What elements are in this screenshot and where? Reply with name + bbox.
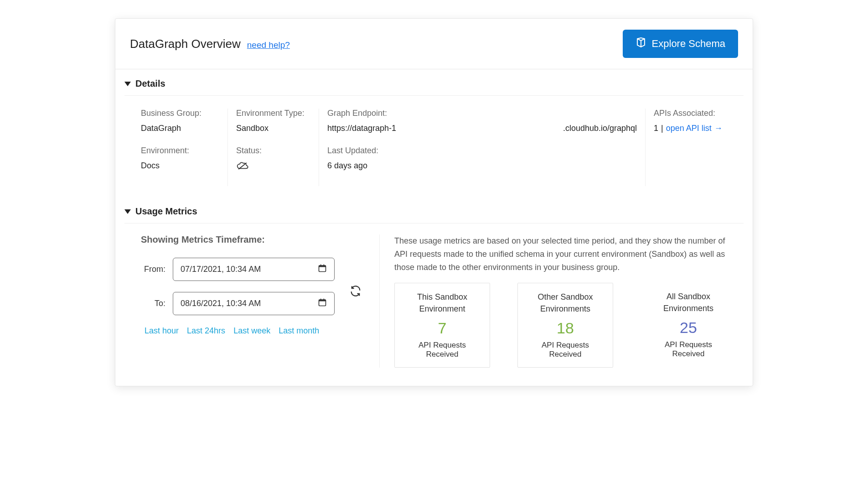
- metric-card-value: 18: [529, 319, 602, 337]
- quick-links: Last hour Last 24hrs Last week Last mont…: [141, 326, 366, 336]
- to-datetime-input[interactable]: 08/16/2021, 10:34 AM: [173, 292, 335, 315]
- from-row: From: 07/17/2021, 10:34 AM: [141, 258, 335, 281]
- metric-card-title: Other Sandbox Environments: [529, 291, 602, 314]
- usage-metrics-title: Usage Metrics: [135, 206, 197, 217]
- details-col-2: Environment Type: Sandbox Status:: [227, 109, 319, 186]
- details-col-1: Business Group: DataGraph Environment: D…: [141, 109, 227, 186]
- schema-icon: [636, 37, 646, 51]
- metric-card-title: This Sandbox Environment: [406, 291, 479, 314]
- explore-schema-button[interactable]: Explore Schema: [623, 30, 738, 58]
- metric-cards: This Sandbox Environment 7 API Requests …: [394, 283, 736, 367]
- from-label: From:: [141, 265, 165, 274]
- usage-metrics-toggle[interactable]: Usage Metrics: [124, 197, 744, 224]
- timeframe-panel: Showing Metrics Timeframe: From: 07/17/2…: [141, 234, 380, 368]
- metrics-body: Showing Metrics Timeframe: From: 07/17/2…: [124, 224, 744, 386]
- metrics-description: These usage metrics are based on your se…: [394, 234, 736, 274]
- metric-card-all-env: All Sandbox Environments 25 API Requests…: [641, 283, 736, 367]
- svg-rect-6: [319, 300, 326, 301]
- details-toggle[interactable]: Details: [124, 69, 744, 96]
- cloud-icon: [236, 161, 310, 173]
- endpoint-right: .cloudhub.io/graphql: [563, 124, 637, 133]
- last-updated-value: 6 days ago: [327, 161, 637, 171]
- details-grid: Business Group: DataGraph Environment: D…: [124, 96, 744, 197]
- metric-card-title: All Sandbox Environments: [651, 291, 725, 314]
- chevron-down-icon: [124, 209, 131, 214]
- endpoint-value: https://datagraph-1 .cloudhub.io/graphql: [327, 124, 637, 133]
- usage-metrics-section: Usage Metrics Showing Metrics Timeframe:…: [115, 197, 753, 386]
- endpoint-label: Graph Endpoint:: [327, 109, 637, 118]
- quick-last-week[interactable]: Last week: [233, 326, 270, 336]
- metric-card-other-env: Other Sandbox Environments 18 API Reques…: [517, 283, 613, 367]
- arrow-right-icon: →: [714, 124, 723, 133]
- quick-last-hour[interactable]: Last hour: [145, 326, 179, 336]
- environment-value: Docs: [141, 161, 219, 171]
- from-value: 07/17/2021, 10:34 AM: [181, 265, 261, 274]
- header: DataGraph Overview need help? Explore Sc…: [115, 19, 753, 69]
- last-updated-label: Last Updated:: [327, 146, 637, 156]
- page-title: DataGraph Overview: [130, 37, 241, 51]
- status-label: Status:: [236, 146, 310, 156]
- endpoint-left: https://datagraph-1: [327, 124, 396, 133]
- quick-last-month[interactable]: Last month: [279, 326, 319, 336]
- timeframe-fields: From: 07/17/2021, 10:34 AM To:: [141, 258, 335, 326]
- details-col-3: Graph Endpoint: https://datagraph-1 .clo…: [319, 109, 645, 186]
- to-value: 08/16/2021, 10:34 AM: [181, 299, 261, 308]
- apis-sep: |: [661, 124, 663, 133]
- metric-card-value: 7: [406, 319, 479, 337]
- metric-card-sub: API Requests Received: [529, 341, 602, 359]
- chevron-down-icon: [124, 82, 131, 86]
- calendar-icon: [318, 264, 327, 275]
- quick-last-24hrs[interactable]: Last 24hrs: [187, 326, 225, 336]
- calendar-icon: [318, 298, 327, 309]
- to-row: To: 08/16/2021, 10:34 AM: [141, 292, 335, 315]
- business-group-label: Business Group:: [141, 109, 219, 118]
- metric-card-value: 25: [651, 319, 725, 337]
- explore-schema-label: Explore Schema: [652, 38, 725, 50]
- environment-label: Environment:: [141, 146, 219, 156]
- timeframe-title: Showing Metrics Timeframe:: [141, 234, 366, 245]
- metric-card-sub: API Requests Received: [406, 341, 479, 359]
- overview-card: DataGraph Overview need help? Explore Sc…: [115, 18, 753, 386]
- business-group-value: DataGraph: [141, 124, 219, 133]
- metric-card-this-env: This Sandbox Environment 7 API Requests …: [394, 283, 490, 367]
- timeframe-rows: From: 07/17/2021, 10:34 AM To:: [141, 258, 366, 326]
- env-type-value: Sandbox: [236, 124, 310, 133]
- help-link[interactable]: need help?: [247, 40, 290, 50]
- details-col-4: APIs Associated: 1 | open API list →: [645, 109, 736, 186]
- from-datetime-input[interactable]: 07/17/2021, 10:34 AM: [173, 258, 335, 281]
- open-api-list-link[interactable]: open API list: [666, 124, 712, 133]
- apis-count: 1: [654, 124, 658, 133]
- refresh-button[interactable]: [346, 281, 366, 303]
- title-wrap: DataGraph Overview need help?: [130, 37, 290, 51]
- metric-card-sub: API Requests Received: [651, 340, 725, 359]
- apis-associated-label: APIs Associated:: [654, 109, 728, 118]
- metrics-right: These usage metrics are based on your se…: [380, 234, 736, 368]
- details-section-title: Details: [135, 78, 165, 89]
- env-type-label: Environment Type:: [236, 109, 310, 118]
- to-label: To:: [141, 299, 165, 308]
- svg-rect-2: [319, 265, 326, 267]
- details-section: Details Business Group: DataGraph Enviro…: [115, 69, 753, 197]
- apis-associated-value: 1 | open API list →: [654, 124, 728, 133]
